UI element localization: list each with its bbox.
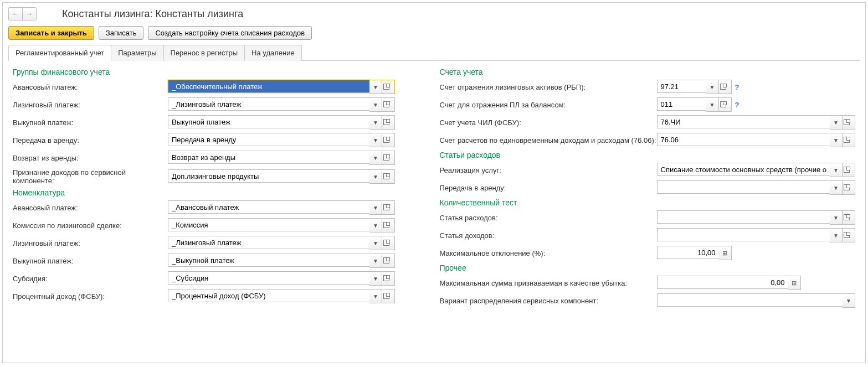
- open-icon[interactable]: [843, 210, 855, 225]
- dropdown-icon[interactable]: ▼: [830, 210, 843, 225]
- open-icon[interactable]: [382, 169, 395, 184]
- open-icon[interactable]: [382, 254, 395, 268]
- exp-real-input[interactable]: [657, 163, 830, 176]
- nom-interest-input[interactable]: [168, 289, 369, 302]
- dropdown-icon[interactable]: ▼: [369, 133, 382, 147]
- label-acc-rbp: Счет отражения лизинговых активов (РБП):: [440, 83, 657, 91]
- nom-commission-input[interactable]: [168, 218, 369, 231]
- label-transfer-rent: Передача в аренду:: [13, 136, 168, 144]
- help-icon[interactable]: ?: [735, 101, 739, 109]
- page-title: Константы лизинга: Константы лизинга: [62, 8, 243, 20]
- save-close-button[interactable]: Записать и закрыть: [8, 26, 94, 40]
- label-other-dist: Вариант распределения сервисных компонен…: [440, 297, 657, 305]
- dropdown-icon[interactable]: ▼: [369, 254, 382, 268]
- dropdown-icon[interactable]: ▼: [830, 228, 843, 242]
- nom-buyout-input[interactable]: [168, 254, 369, 267]
- open-icon[interactable]: [382, 133, 395, 147]
- open-icon[interactable]: [382, 151, 395, 165]
- open-icon[interactable]: [843, 163, 855, 177]
- open-icon[interactable]: [382, 236, 395, 250]
- acc-7606-input[interactable]: [657, 133, 830, 146]
- return-rent-input[interactable]: [168, 151, 369, 164]
- dropdown-icon[interactable]: ▼: [369, 169, 382, 184]
- open-icon[interactable]: [382, 115, 395, 130]
- acc-pl-input[interactable]: [657, 97, 706, 111]
- open-icon[interactable]: [382, 200, 395, 215]
- tab-params[interactable]: Параметры: [111, 45, 163, 61]
- label-test-exp: Статья расходов:: [440, 214, 657, 222]
- dropdown-icon[interactable]: ▼: [843, 293, 855, 308]
- tab-transfer-registers[interactable]: Перенос в регистры: [163, 45, 245, 61]
- nom-advance-input[interactable]: [168, 200, 369, 214]
- advance-payment-input[interactable]: [168, 80, 369, 93]
- open-icon[interactable]: [382, 80, 395, 94]
- create-expense-setting-button[interactable]: Создать настройку счета списания расходо…: [148, 26, 312, 40]
- dropdown-icon[interactable]: ▼: [369, 200, 382, 215]
- label-buyout-payment: Выкупной платеж:: [13, 118, 168, 127]
- dropdown-icon[interactable]: ▼: [830, 163, 843, 177]
- open-icon[interactable]: [382, 218, 395, 232]
- dropdown-icon[interactable]: ▼: [830, 115, 843, 130]
- label-nom-buyout: Выкупной платеж:: [13, 257, 168, 265]
- dropdown-icon[interactable]: ▼: [369, 289, 382, 303]
- dropdown-icon[interactable]: ▼: [369, 115, 382, 130]
- open-icon[interactable]: [719, 97, 732, 112]
- label-exp-real: Реализация услуг:: [440, 166, 657, 174]
- dropdown-icon[interactable]: ▼: [369, 236, 382, 250]
- tab-to-delete[interactable]: На удаление: [244, 45, 302, 61]
- label-test-dev: Максимальное отклонение (%):: [440, 249, 657, 257]
- section-nomenclature: Номенклатура: [13, 188, 429, 197]
- open-icon[interactable]: [719, 80, 732, 94]
- service-income-input[interactable]: [168, 169, 369, 183]
- label-nom-leasing: Лизинговый платеж:: [13, 239, 168, 247]
- dropdown-icon[interactable]: ▼: [369, 271, 382, 286]
- test-inc-input[interactable]: [657, 228, 830, 241]
- exp-transfer-input[interactable]: [657, 180, 830, 194]
- label-service-income: Признание доходов по сервисной компонент…: [13, 168, 168, 185]
- calculator-icon[interactable]: ⊞: [788, 276, 801, 290]
- open-icon[interactable]: [843, 228, 855, 242]
- nav-forward-button[interactable]: →: [22, 7, 37, 20]
- label-return-rent: Возврат из аренды:: [13, 154, 168, 162]
- tab-reg-accounting[interactable]: Регламентированный учет: [8, 45, 111, 61]
- label-nom-subsidy: Субсидия:: [13, 275, 168, 283]
- dropdown-icon[interactable]: ▼: [830, 180, 843, 195]
- label-exp-transfer: Передача в аренду:: [440, 184, 657, 192]
- dropdown-icon[interactable]: ▼: [369, 151, 382, 165]
- open-icon[interactable]: [843, 133, 855, 147]
- test-dev-input[interactable]: [657, 246, 719, 259]
- label-nom-commission: Комиссия по лизинговой сделке:: [13, 221, 168, 230]
- open-icon[interactable]: [382, 97, 395, 112]
- acc-rbp-input[interactable]: [657, 80, 706, 93]
- buyout-payment-input[interactable]: [168, 115, 369, 128]
- nav-back-button[interactable]: ←: [8, 7, 22, 20]
- dropdown-icon[interactable]: ▼: [369, 218, 382, 232]
- nom-leasing-input[interactable]: [168, 236, 369, 249]
- test-exp-input[interactable]: [657, 210, 830, 224]
- other-dist-input[interactable]: [657, 293, 843, 307]
- label-acc-pl: Счет для отражения ПЛ за балансом:: [440, 101, 657, 109]
- open-icon[interactable]: [843, 180, 855, 195]
- open-icon[interactable]: [382, 289, 395, 303]
- label-acc-chil: Счет учета ЧИЛ (ФСБУ):: [440, 118, 657, 127]
- other-max-input[interactable]: [657, 276, 788, 289]
- section-accounts: Счета учета: [440, 68, 856, 76]
- dropdown-icon[interactable]: ▼: [830, 133, 843, 147]
- open-icon[interactable]: [382, 271, 395, 286]
- save-button[interactable]: Записать: [99, 26, 144, 40]
- transfer-rent-input[interactable]: [168, 133, 369, 146]
- dropdown-icon[interactable]: ▼: [369, 80, 382, 94]
- open-icon[interactable]: [843, 115, 855, 130]
- label-acc-7606: Счет расчетов по единовременным доходам …: [440, 136, 657, 144]
- help-icon[interactable]: ?: [735, 83, 739, 91]
- calculator-icon[interactable]: ⊞: [719, 246, 732, 260]
- nom-subsidy-input[interactable]: [168, 271, 369, 285]
- section-expenses: Статьи расходов: [440, 151, 856, 159]
- dropdown-icon[interactable]: ▼: [706, 80, 719, 94]
- acc-chil-input[interactable]: [657, 115, 830, 128]
- label-nom-advance: Авансовый платеж:: [13, 204, 168, 212]
- label-nom-interest: Процентный доход (ФСБУ):: [13, 292, 168, 301]
- dropdown-icon[interactable]: ▼: [369, 97, 382, 112]
- leasing-payment-input[interactable]: [168, 97, 369, 111]
- dropdown-icon[interactable]: ▼: [706, 97, 719, 112]
